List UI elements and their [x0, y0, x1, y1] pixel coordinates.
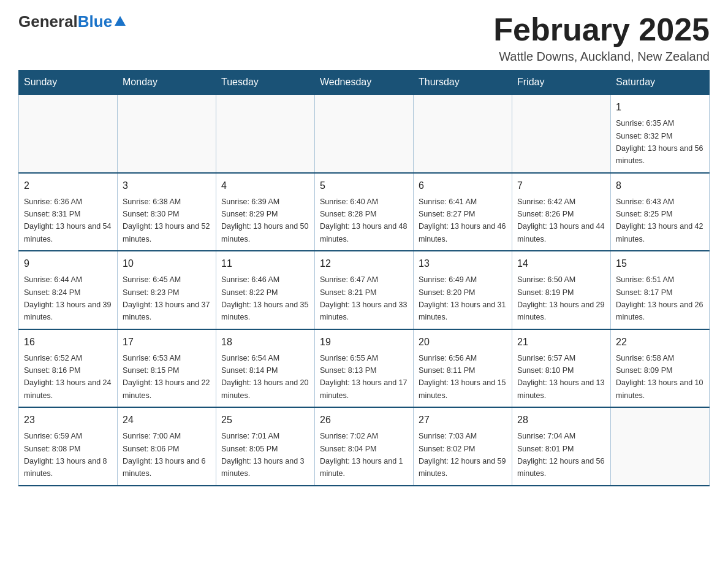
- day-of-week-header: Tuesday: [216, 71, 315, 95]
- day-of-week-header: Thursday: [414, 71, 512, 95]
- calendar-cell: 2Sunrise: 6:36 AM Sunset: 8:31 PM Daylig…: [19, 173, 118, 251]
- day-info: Sunrise: 6:43 AM Sunset: 8:25 PM Dayligh…: [616, 197, 703, 243]
- calendar-cell: 21Sunrise: 6:57 AM Sunset: 8:10 PM Dayli…: [512, 329, 611, 408]
- calendar-cell: 17Sunrise: 6:53 AM Sunset: 8:15 PM Dayli…: [118, 329, 216, 408]
- day-number: 14: [517, 256, 605, 271]
- day-info: Sunrise: 6:58 AM Sunset: 8:09 PM Dayligh…: [616, 354, 703, 400]
- calendar-cell: 5Sunrise: 6:40 AM Sunset: 8:28 PM Daylig…: [315, 173, 414, 251]
- calendar-cell: 28Sunrise: 7:04 AM Sunset: 8:01 PM Dayli…: [512, 407, 611, 486]
- day-info: Sunrise: 6:47 AM Sunset: 8:21 PM Dayligh…: [320, 275, 407, 321]
- logo-blue-container: Blue: [78, 12, 127, 31]
- day-number: 23: [24, 413, 112, 427]
- logo-blue-text: Blue: [78, 12, 112, 31]
- calendar-cell: 14Sunrise: 6:50 AM Sunset: 8:19 PM Dayli…: [512, 251, 611, 329]
- day-info: Sunrise: 6:36 AM Sunset: 8:31 PM Dayligh…: [24, 197, 111, 243]
- day-of-week-header: Saturday: [611, 71, 710, 95]
- day-number: 12: [320, 256, 408, 271]
- day-info: Sunrise: 6:49 AM Sunset: 8:20 PM Dayligh…: [419, 275, 506, 321]
- location-subtitle: Wattle Downs, Auckland, New Zealand: [493, 50, 710, 64]
- calendar-cell: 19Sunrise: 6:55 AM Sunset: 8:13 PM Dayli…: [315, 329, 414, 408]
- day-info: Sunrise: 6:53 AM Sunset: 8:15 PM Dayligh…: [123, 354, 210, 400]
- calendar-cell: 22Sunrise: 6:58 AM Sunset: 8:09 PM Dayli…: [611, 329, 710, 408]
- day-number: 24: [123, 413, 211, 427]
- day-info: Sunrise: 6:39 AM Sunset: 8:29 PM Dayligh…: [221, 197, 308, 243]
- day-info: Sunrise: 6:56 AM Sunset: 8:11 PM Dayligh…: [419, 354, 506, 400]
- calendar-week-row: 23Sunrise: 6:59 AM Sunset: 8:08 PM Dayli…: [19, 407, 710, 486]
- day-number: 13: [419, 256, 507, 271]
- logo: General Blue: [18, 12, 127, 31]
- month-title: February 2025: [493, 12, 710, 47]
- day-number: 21: [517, 335, 605, 350]
- day-info: Sunrise: 6:42 AM Sunset: 8:26 PM Dayligh…: [517, 197, 604, 243]
- day-number: 25: [221, 413, 309, 427]
- calendar-cell: 25Sunrise: 7:01 AM Sunset: 8:05 PM Dayli…: [216, 407, 315, 486]
- calendar-cell: 15Sunrise: 6:51 AM Sunset: 8:17 PM Dayli…: [611, 251, 710, 329]
- calendar-cell: [19, 94, 118, 173]
- day-number: 11: [221, 256, 309, 271]
- calendar-cell: [315, 94, 414, 173]
- calendar-cell: 4Sunrise: 6:39 AM Sunset: 8:29 PM Daylig…: [216, 173, 315, 251]
- calendar-cell: 3Sunrise: 6:38 AM Sunset: 8:30 PM Daylig…: [118, 173, 216, 251]
- calendar-cell: 8Sunrise: 6:43 AM Sunset: 8:25 PM Daylig…: [611, 173, 710, 251]
- calendar-week-row: 16Sunrise: 6:52 AM Sunset: 8:16 PM Dayli…: [19, 329, 710, 408]
- calendar-cell: 18Sunrise: 6:54 AM Sunset: 8:14 PM Dayli…: [216, 329, 315, 408]
- calendar-week-row: 2Sunrise: 6:36 AM Sunset: 8:31 PM Daylig…: [19, 173, 710, 251]
- day-number: 16: [24, 335, 112, 350]
- calendar-cell: 7Sunrise: 6:42 AM Sunset: 8:26 PM Daylig…: [512, 173, 611, 251]
- calendar-cell: [512, 94, 611, 173]
- day-info: Sunrise: 6:46 AM Sunset: 8:22 PM Dayligh…: [221, 275, 308, 321]
- day-info: Sunrise: 6:41 AM Sunset: 8:27 PM Dayligh…: [419, 197, 506, 243]
- day-number: 18: [221, 335, 309, 350]
- day-info: Sunrise: 7:01 AM Sunset: 8:05 PM Dayligh…: [221, 432, 305, 478]
- calendar-cell: 1Sunrise: 6:35 AM Sunset: 8:32 PM Daylig…: [611, 94, 710, 173]
- day-info: Sunrise: 6:52 AM Sunset: 8:16 PM Dayligh…: [24, 354, 111, 400]
- calendar-cell: [611, 407, 710, 486]
- day-of-week-header: Monday: [118, 71, 216, 95]
- day-number: 20: [419, 335, 507, 350]
- calendar-cell: [414, 94, 512, 173]
- day-info: Sunrise: 6:38 AM Sunset: 8:30 PM Dayligh…: [123, 197, 210, 243]
- day-number: 26: [320, 413, 408, 427]
- calendar-cell: 6Sunrise: 6:41 AM Sunset: 8:27 PM Daylig…: [414, 173, 512, 251]
- calendar-week-row: 9Sunrise: 6:44 AM Sunset: 8:24 PM Daylig…: [19, 251, 710, 329]
- day-info: Sunrise: 6:44 AM Sunset: 8:24 PM Dayligh…: [24, 275, 111, 321]
- calendar-cell: 11Sunrise: 6:46 AM Sunset: 8:22 PM Dayli…: [216, 251, 315, 329]
- day-info: Sunrise: 6:45 AM Sunset: 8:23 PM Dayligh…: [123, 275, 210, 321]
- day-info: Sunrise: 7:00 AM Sunset: 8:06 PM Dayligh…: [123, 432, 206, 478]
- logo-triangle-icon: [113, 15, 127, 28]
- day-info: Sunrise: 6:50 AM Sunset: 8:19 PM Dayligh…: [517, 275, 604, 321]
- calendar-cell: 23Sunrise: 6:59 AM Sunset: 8:08 PM Dayli…: [19, 407, 118, 486]
- day-number: 7: [517, 178, 605, 193]
- day-number: 8: [616, 178, 704, 193]
- day-number: 15: [616, 256, 704, 271]
- calendar-cell: 13Sunrise: 6:49 AM Sunset: 8:20 PM Dayli…: [414, 251, 512, 329]
- day-number: 6: [419, 178, 507, 193]
- page-header: General Blue February 2025 Wattle Downs,…: [18, 12, 710, 64]
- day-number: 3: [123, 178, 211, 193]
- calendar-cell: 9Sunrise: 6:44 AM Sunset: 8:24 PM Daylig…: [19, 251, 118, 329]
- day-info: Sunrise: 6:57 AM Sunset: 8:10 PM Dayligh…: [517, 354, 604, 400]
- calendar-cell: 10Sunrise: 6:45 AM Sunset: 8:23 PM Dayli…: [118, 251, 216, 329]
- day-info: Sunrise: 7:02 AM Sunset: 8:04 PM Dayligh…: [320, 432, 403, 478]
- calendar-header-row: SundayMondayTuesdayWednesdayThursdayFrid…: [19, 71, 710, 95]
- day-info: Sunrise: 7:04 AM Sunset: 8:01 PM Dayligh…: [517, 432, 604, 478]
- day-number: 28: [517, 413, 605, 427]
- day-number: 19: [320, 335, 408, 350]
- calendar-cell: [118, 94, 216, 173]
- day-of-week-header: Wednesday: [315, 71, 414, 95]
- day-number: 22: [616, 335, 704, 350]
- day-number: 2: [24, 178, 112, 193]
- logo-general-text: General: [18, 12, 78, 31]
- day-of-week-header: Sunday: [19, 71, 118, 95]
- calendar-cell: 27Sunrise: 7:03 AM Sunset: 8:02 PM Dayli…: [414, 407, 512, 486]
- day-info: Sunrise: 6:54 AM Sunset: 8:14 PM Dayligh…: [221, 354, 308, 400]
- calendar-cell: 24Sunrise: 7:00 AM Sunset: 8:06 PM Dayli…: [118, 407, 216, 486]
- day-info: Sunrise: 6:35 AM Sunset: 8:32 PM Dayligh…: [616, 119, 703, 165]
- day-number: 9: [24, 256, 112, 271]
- calendar-table: SundayMondayTuesdayWednesdayThursdayFrid…: [18, 70, 710, 486]
- calendar-cell: 26Sunrise: 7:02 AM Sunset: 8:04 PM Dayli…: [315, 407, 414, 486]
- calendar-week-row: 1Sunrise: 6:35 AM Sunset: 8:32 PM Daylig…: [19, 94, 710, 173]
- day-info: Sunrise: 7:03 AM Sunset: 8:02 PM Dayligh…: [419, 432, 506, 478]
- day-number: 17: [123, 335, 211, 350]
- day-info: Sunrise: 6:40 AM Sunset: 8:28 PM Dayligh…: [320, 197, 407, 243]
